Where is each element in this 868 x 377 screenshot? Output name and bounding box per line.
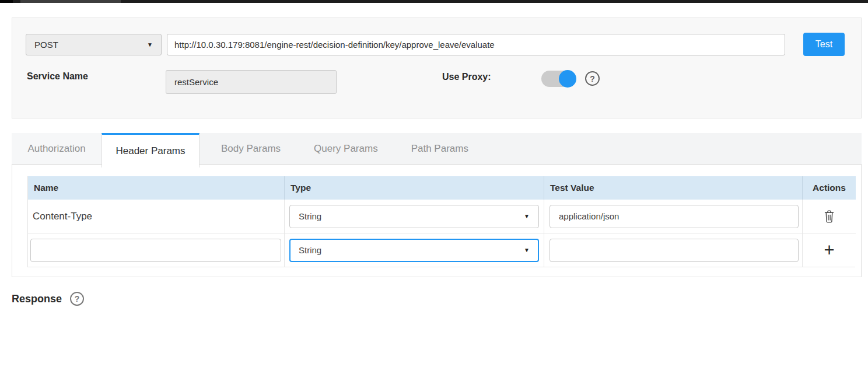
toggle-thumb [559, 70, 576, 88]
tab-query-params[interactable]: Query Params [302, 133, 390, 164]
test-button[interactable]: Test [803, 33, 845, 56]
table-row-1-type-cell: String ▼ [285, 200, 544, 233]
param-test-value-input[interactable] [550, 239, 799, 262]
response-label: Response [12, 293, 62, 305]
param-type-select-focused[interactable]: String ▼ [289, 239, 539, 262]
table-row-2-name-cell [28, 233, 285, 267]
table-row-1-value-cell [544, 200, 803, 233]
use-proxy-toggle[interactable] [541, 70, 578, 88]
param-type-select[interactable]: String ▼ [289, 205, 539, 228]
params-tab-bar: Authorization Header Params Body Params … [12, 133, 862, 165]
column-header-type: Type [285, 176, 544, 200]
chevron-down-icon: ▼ [524, 247, 530, 253]
param-name-input[interactable] [30, 239, 281, 262]
table-row-2-value-cell [544, 233, 803, 267]
window-top-bar-segment [0, 0, 13, 3]
request-url-input[interactable] [167, 34, 785, 55]
chevron-down-icon: ▼ [524, 214, 530, 219]
tab-body-params[interactable]: Body Params [209, 133, 292, 164]
table-row-1-actions-cell [803, 200, 856, 233]
proxy-help-icon[interactable]: ? [585, 71, 600, 86]
table-row-2-type-cell: String ▼ [285, 233, 544, 267]
header-params-panel: Name Type Test Value Actions Content-Typ… [12, 165, 862, 277]
header-params-table: Name Type Test Value Actions Content-Typ… [27, 176, 855, 267]
service-name-input[interactable] [166, 70, 337, 94]
http-method-select[interactable]: POST ▼ [26, 34, 162, 55]
trash-icon [823, 209, 835, 224]
service-name-label: Service Name [27, 71, 88, 82]
param-test-value-input[interactable] [550, 205, 799, 228]
tab-header-params[interactable]: Header Params [102, 133, 200, 167]
tab-path-params[interactable]: Path Params [400, 133, 480, 164]
request-config-panel: POST ▼ Test Service Name Use Proxy: ? [12, 18, 862, 118]
rest-service-test-page: POST ▼ Test Service Name Use Proxy: ? Au… [0, 0, 868, 377]
column-header-actions: Actions [803, 176, 856, 200]
param-name-text: Content-Type [28, 211, 92, 222]
response-help-icon[interactable]: ? [70, 292, 84, 306]
add-row-button[interactable]: + [824, 240, 834, 261]
table-row-2-actions-cell: + [803, 233, 856, 267]
http-method-value: POST [34, 40, 147, 50]
column-header-test-value: Test Value [544, 176, 803, 200]
delete-row-button[interactable] [823, 209, 835, 224]
tab-authorization[interactable]: Authorization [12, 133, 102, 164]
response-section-header: Response ? [12, 292, 84, 306]
chevron-down-icon: ▼ [147, 42, 153, 48]
window-top-bar [0, 0, 868, 3]
param-type-value: String [299, 245, 524, 255]
column-header-name: Name [28, 176, 285, 200]
table-row-1-name-cell: Content-Type [28, 200, 285, 233]
param-type-value: String [299, 211, 524, 221]
window-top-bar-tab-hint [20, 0, 121, 3]
use-proxy-label: Use Proxy: [442, 72, 491, 82]
